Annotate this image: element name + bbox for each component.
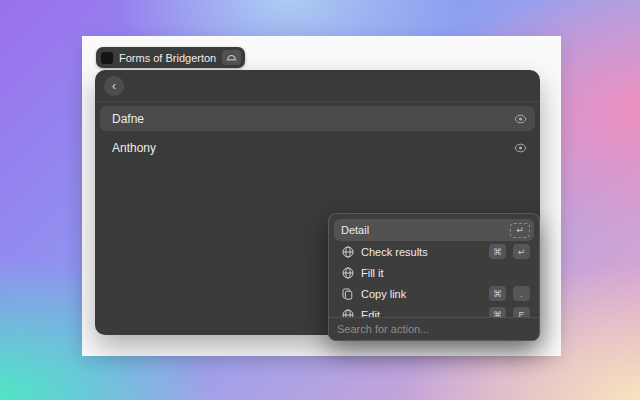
- chevron-left-icon: ‹: [112, 80, 116, 92]
- hat-icon: [222, 50, 241, 65]
- eye-icon: [514, 114, 527, 124]
- clipboard-icon: [341, 287, 354, 300]
- eye-icon: [514, 143, 527, 153]
- list-item-label: Dafne: [112, 112, 144, 126]
- app-window: Forms of Bridgerton ‹ Dafne Anthony: [82, 36, 561, 356]
- action-search-input[interactable]: [337, 323, 531, 335]
- action-search-bar: [329, 317, 539, 340]
- period-key-badge: .: [513, 286, 530, 301]
- return-key-badge: ↵: [510, 223, 530, 238]
- list-item-label: Anthony: [112, 141, 156, 155]
- action-menu: Detail ↵ Check results ⌘ ↵: [328, 213, 540, 341]
- action-label: Fill it: [361, 267, 384, 279]
- list-item[interactable]: Anthony: [100, 135, 535, 160]
- action-label: Detail: [341, 224, 369, 236]
- command-key-badge: ⌘: [489, 286, 506, 301]
- command-key-badge: ⌘: [489, 244, 506, 259]
- action-label: Check results: [361, 246, 428, 258]
- action-item-fill-it[interactable]: Fill it: [334, 262, 534, 283]
- command-pill[interactable]: Forms of Bridgerton: [96, 47, 245, 68]
- return-key-badge: ↵: [513, 244, 530, 259]
- globe-icon: [341, 266, 354, 279]
- header-divider: [95, 101, 540, 102]
- back-button[interactable]: ‹: [104, 76, 124, 96]
- action-item-detail[interactable]: Detail ↵: [334, 219, 534, 241]
- globe-icon: [341, 245, 354, 258]
- list-item[interactable]: Dafne: [100, 106, 535, 131]
- action-label: Copy link: [361, 288, 406, 300]
- action-item-copy-link[interactable]: Copy link ⌘ .: [334, 283, 534, 304]
- command-pill-label: Forms of Bridgerton: [119, 52, 216, 64]
- app-icon: [101, 52, 113, 64]
- action-item-check-results[interactable]: Check results ⌘ ↵: [334, 241, 534, 262]
